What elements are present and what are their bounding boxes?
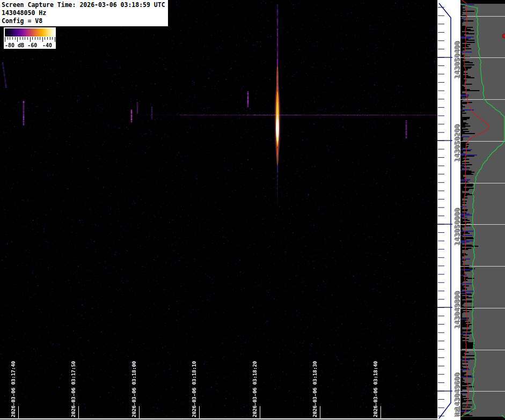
colorbar-tick: [52, 37, 53, 40]
capture-info-box: Screen Capture Time: 2026-03-06 03:18:59…: [0, 0, 169, 27]
time-label: 2026-03-06 03:18:20: [252, 359, 259, 417]
colorbar-tick: [40, 37, 40, 40]
colorbar-tick: [38, 37, 38, 40]
colorbar-ticks: [5, 37, 55, 42]
freq-label: 143049800: [453, 286, 461, 329]
colorbar-tick: [12, 37, 13, 40]
time-tick: [18, 406, 19, 418]
time-label: 2026-03-06 03:18:40: [372, 359, 380, 417]
colorbar-tick: [25, 37, 25, 40]
time-axis-baseline: [0, 418, 437, 419]
time-label: 2026-03-06 03:17:50: [70, 359, 78, 417]
time-label: 2026-03-06 03:18:30: [312, 359, 319, 417]
colorbar-tick: [27, 37, 28, 40]
waterfall-spectrogram: [0, 0, 437, 420]
colorbar-label-left: -80 dB -60: [5, 42, 37, 48]
colorbar-tick: [10, 37, 10, 40]
colorbar-tick: [8, 37, 8, 40]
colorbar-gradient: [5, 28, 55, 36]
colorbar-label-right: -40: [42, 42, 52, 48]
time-tick: [260, 406, 260, 418]
colorbar-tick: [30, 37, 31, 42]
time-tick: [139, 406, 140, 418]
colorbar-tick: [47, 37, 48, 40]
frequency-text: 143048050 Hz: [2, 9, 166, 17]
time-tick: [320, 406, 320, 418]
freq-label: 143050000: [453, 203, 461, 246]
amplitude-colorbar: -80 dB -60 -40: [4, 27, 56, 49]
colorbar-tick: [17, 37, 18, 42]
spectrum-panel: [460, 0, 505, 420]
capture-time-text: Screen Capture Time: 2026-03-06 03:18:59…: [2, 1, 166, 9]
time-label: 2026-03-06 03:18:10: [191, 359, 199, 417]
time-tick: [380, 406, 381, 418]
spectrum-lab-screen-capture: 143050400 143050200 143050000 143049800 …: [0, 0, 505, 420]
colorbar-tick: [23, 37, 23, 40]
config-text: Config = V8: [2, 17, 166, 25]
colorbar-tick: [15, 37, 16, 40]
time-tick: [199, 406, 200, 418]
colorbar-tick: [35, 37, 35, 40]
freq-unit-label: Hz: [453, 401, 462, 417]
time-label: 2026-03-06 03:17:40: [10, 359, 18, 417]
colorbar-tick: [20, 37, 20, 40]
time-label: 2026-03-06 03:18:00: [131, 359, 138, 417]
freq-label: 143050200: [453, 119, 461, 162]
colorbar-tick: [50, 37, 50, 40]
colorbar-tick: [5, 37, 5, 42]
colorbar-tick: [55, 37, 55, 42]
colorbar-tick: [42, 37, 43, 42]
time-tick: [78, 406, 79, 418]
freq-label: 143050400: [453, 36, 461, 79]
colorbar-tick: [32, 37, 33, 40]
colorbar-labels: -80 dB -60 -40: [5, 42, 55, 48]
colorbar-tick: [45, 37, 45, 40]
